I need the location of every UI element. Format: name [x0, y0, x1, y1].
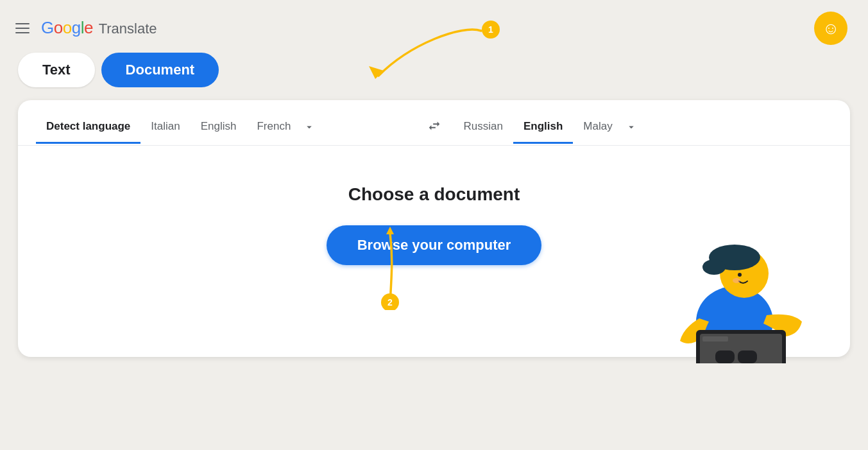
lang-detect[interactable]: Detect language — [36, 114, 140, 144]
document-mode-button[interactable]: Document — [101, 53, 219, 87]
lang-russian[interactable]: Russian — [454, 114, 513, 144]
menu-button[interactable] — [13, 21, 32, 36]
svg-rect-14 — [738, 350, 757, 363]
lang-english-target[interactable]: English — [513, 114, 573, 144]
swap-languages-button[interactable] — [420, 112, 448, 140]
google-logo: Google Translate — [41, 19, 157, 37]
browse-computer-button[interactable]: Browse your computer — [327, 225, 542, 265]
svg-rect-12 — [702, 336, 728, 342]
text-mode-button[interactable]: Text — [18, 53, 95, 87]
svg-rect-13 — [715, 350, 735, 363]
svg-text:2: 2 — [387, 297, 393, 307]
translate-label: Translate — [99, 21, 157, 37]
header-left: Google Translate — [13, 19, 157, 37]
main-card: Detect language Italian English French R… — [18, 100, 850, 357]
svg-point-2 — [381, 293, 399, 310]
mode-buttons: Text Document — [0, 53, 868, 98]
svg-rect-10 — [696, 330, 786, 363]
lang-english-source[interactable]: English — [191, 114, 247, 144]
header: Google Translate ☺ — [0, 0, 868, 53]
avatar[interactable]: ☺ — [814, 12, 847, 45]
svg-rect-11 — [700, 334, 782, 363]
lang-italian[interactable]: Italian — [140, 114, 190, 144]
document-area: Choose a document Browse your computer 2 — [18, 146, 850, 316]
target-lang-dropdown[interactable] — [623, 115, 643, 142]
lang-french[interactable]: French — [246, 114, 301, 144]
language-bar: Detect language Italian English French R… — [18, 100, 850, 146]
source-lang-dropdown[interactable] — [301, 115, 321, 142]
source-language-bar: Detect language Italian English French — [36, 114, 415, 144]
target-language-bar: Russian English Malay — [454, 114, 833, 144]
choose-document-title: Choose a document — [348, 184, 520, 205]
lang-malay[interactable]: Malay — [573, 114, 622, 144]
